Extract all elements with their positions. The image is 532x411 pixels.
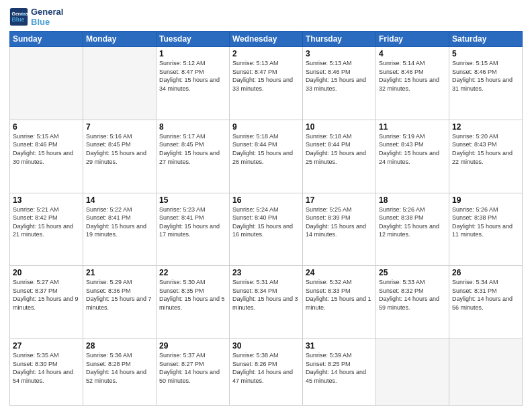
calendar-cell: 26Sunrise: 5:34 AM Sunset: 8:31 PM Dayli… — [449, 266, 523, 339]
calendar-cell: 10Sunrise: 5:18 AM Sunset: 8:44 PM Dayli… — [303, 120, 376, 193]
day-info: Sunrise: 5:18 AM Sunset: 8:44 PM Dayligh… — [306, 132, 373, 166]
calendar-cell: 2Sunrise: 5:13 AM Sunset: 8:47 PM Daylig… — [230, 47, 303, 120]
day-number: 5 — [452, 49, 519, 58]
day-info: Sunrise: 5:33 AM Sunset: 8:32 PM Dayligh… — [379, 278, 446, 312]
weekday-header: Monday — [83, 32, 157, 47]
day-info: Sunrise: 5:15 AM Sunset: 8:46 PM Dayligh… — [452, 59, 519, 93]
calendar-cell: 7Sunrise: 5:16 AM Sunset: 8:45 PM Daylig… — [83, 120, 157, 193]
day-number: 24 — [306, 268, 373, 277]
calendar-week-row: 20Sunrise: 5:27 AM Sunset: 8:37 PM Dayli… — [10, 266, 523, 339]
day-number: 10 — [306, 122, 373, 132]
day-info: Sunrise: 5:24 AM Sunset: 8:40 PM Dayligh… — [232, 205, 300, 239]
calendar-week-row: 13Sunrise: 5:21 AM Sunset: 8:42 PM Dayli… — [10, 193, 523, 266]
weekday-header: Tuesday — [157, 32, 230, 47]
weekday-header: Wednesday — [230, 32, 303, 47]
day-info: Sunrise: 5:26 AM Sunset: 8:38 PM Dayligh… — [379, 205, 446, 239]
day-info: Sunrise: 5:31 AM Sunset: 8:34 PM Dayligh… — [232, 278, 300, 312]
day-number: 1 — [159, 49, 226, 58]
calendar-cell: 30Sunrise: 5:38 AM Sunset: 8:26 PM Dayli… — [230, 339, 303, 406]
day-number: 3 — [306, 49, 373, 58]
day-number: 16 — [232, 195, 300, 205]
day-number: 6 — [13, 122, 80, 132]
day-number: 25 — [379, 268, 446, 277]
weekday-header: Sunday — [10, 32, 83, 47]
calendar-cell: 13Sunrise: 5:21 AM Sunset: 8:42 PM Dayli… — [10, 193, 83, 266]
calendar-table: SundayMondayTuesdayWednesdayThursdayFrid… — [9, 31, 523, 406]
day-info: Sunrise: 5:36 AM Sunset: 8:28 PM Dayligh… — [86, 351, 153, 385]
calendar-cell: 20Sunrise: 5:27 AM Sunset: 8:37 PM Dayli… — [10, 266, 83, 339]
calendar-week-row: 1Sunrise: 5:12 AM Sunset: 8:47 PM Daylig… — [10, 47, 523, 120]
day-info: Sunrise: 5:18 AM Sunset: 8:44 PM Dayligh… — [232, 132, 300, 166]
calendar-cell — [10, 47, 83, 120]
calendar-cell: 3Sunrise: 5:13 AM Sunset: 8:46 PM Daylig… — [303, 47, 376, 120]
calendar-cell: 28Sunrise: 5:36 AM Sunset: 8:28 PM Dayli… — [83, 339, 157, 406]
calendar-cell: 12Sunrise: 5:20 AM Sunset: 8:43 PM Dayli… — [449, 120, 523, 193]
calendar-cell — [376, 339, 449, 406]
calendar-cell: 1Sunrise: 5:12 AM Sunset: 8:47 PM Daylig… — [157, 47, 230, 120]
calendar-cell: 15Sunrise: 5:23 AM Sunset: 8:41 PM Dayli… — [157, 193, 230, 266]
day-number: 18 — [379, 195, 446, 205]
day-info: Sunrise: 5:30 AM Sunset: 8:35 PM Dayligh… — [159, 278, 226, 312]
calendar-cell: 17Sunrise: 5:25 AM Sunset: 8:39 PM Dayli… — [303, 193, 376, 266]
day-info: Sunrise: 5:25 AM Sunset: 8:39 PM Dayligh… — [306, 205, 373, 239]
calendar-cell: 23Sunrise: 5:31 AM Sunset: 8:34 PM Dayli… — [230, 266, 303, 339]
day-number: 21 — [86, 268, 153, 277]
day-info: Sunrise: 5:37 AM Sunset: 8:27 PM Dayligh… — [159, 351, 226, 385]
calendar-cell: 4Sunrise: 5:14 AM Sunset: 8:46 PM Daylig… — [376, 47, 449, 120]
calendar-week-row: 6Sunrise: 5:15 AM Sunset: 8:46 PM Daylig… — [10, 120, 523, 193]
logo: General Blue General Blue — [9, 7, 63, 27]
calendar-cell: 31Sunrise: 5:39 AM Sunset: 8:25 PM Dayli… — [303, 339, 376, 406]
day-number: 12 — [452, 122, 519, 132]
weekday-header: Thursday — [303, 32, 376, 47]
day-info: Sunrise: 5:14 AM Sunset: 8:46 PM Dayligh… — [379, 59, 446, 93]
calendar-cell: 14Sunrise: 5:22 AM Sunset: 8:41 PM Dayli… — [83, 193, 157, 266]
calendar-week-row: 27Sunrise: 5:35 AM Sunset: 8:30 PM Dayli… — [10, 339, 523, 406]
day-number: 31 — [306, 341, 373, 351]
day-info: Sunrise: 5:22 AM Sunset: 8:41 PM Dayligh… — [86, 205, 153, 239]
calendar-cell: 27Sunrise: 5:35 AM Sunset: 8:30 PM Dayli… — [10, 339, 83, 406]
logo-icon: General Blue — [9, 7, 28, 26]
day-number: 29 — [159, 341, 226, 351]
day-number: 26 — [452, 268, 519, 277]
weekday-header: Friday — [376, 32, 449, 47]
calendar-cell: 21Sunrise: 5:29 AM Sunset: 8:36 PM Dayli… — [83, 266, 157, 339]
day-number: 15 — [159, 195, 226, 205]
calendar-cell: 5Sunrise: 5:15 AM Sunset: 8:46 PM Daylig… — [449, 47, 523, 120]
day-number: 7 — [86, 122, 153, 132]
day-number: 22 — [159, 268, 226, 277]
calendar-cell: 6Sunrise: 5:15 AM Sunset: 8:46 PM Daylig… — [10, 120, 83, 193]
day-info: Sunrise: 5:19 AM Sunset: 8:43 PM Dayligh… — [379, 132, 446, 166]
day-info: Sunrise: 5:13 AM Sunset: 8:47 PM Dayligh… — [232, 59, 300, 93]
day-info: Sunrise: 5:16 AM Sunset: 8:45 PM Dayligh… — [86, 132, 153, 166]
day-number: 30 — [232, 341, 300, 351]
day-number: 28 — [86, 341, 153, 351]
calendar-cell: 19Sunrise: 5:26 AM Sunset: 8:38 PM Dayli… — [449, 193, 523, 266]
day-info: Sunrise: 5:20 AM Sunset: 8:43 PM Dayligh… — [452, 132, 519, 166]
calendar-header-row: SundayMondayTuesdayWednesdayThursdayFrid… — [10, 32, 523, 47]
calendar-cell: 8Sunrise: 5:17 AM Sunset: 8:45 PM Daylig… — [157, 120, 230, 193]
day-info: Sunrise: 5:35 AM Sunset: 8:30 PM Dayligh… — [13, 351, 80, 385]
day-info: Sunrise: 5:27 AM Sunset: 8:37 PM Dayligh… — [13, 278, 80, 312]
calendar-cell: 16Sunrise: 5:24 AM Sunset: 8:40 PM Dayli… — [230, 193, 303, 266]
day-info: Sunrise: 5:38 AM Sunset: 8:26 PM Dayligh… — [232, 351, 300, 385]
day-info: Sunrise: 5:39 AM Sunset: 8:25 PM Dayligh… — [306, 351, 373, 385]
day-info: Sunrise: 5:23 AM Sunset: 8:41 PM Dayligh… — [159, 205, 226, 239]
calendar-cell: 24Sunrise: 5:32 AM Sunset: 8:33 PM Dayli… — [303, 266, 376, 339]
calendar-cell: 22Sunrise: 5:30 AM Sunset: 8:35 PM Dayli… — [157, 266, 230, 339]
logo-text: General Blue — [31, 7, 63, 27]
day-number: 8 — [159, 122, 226, 132]
day-number: 20 — [13, 268, 80, 277]
calendar-cell: 11Sunrise: 5:19 AM Sunset: 8:43 PM Dayli… — [376, 120, 449, 193]
day-info: Sunrise: 5:17 AM Sunset: 8:45 PM Dayligh… — [159, 132, 226, 166]
day-info: Sunrise: 5:21 AM Sunset: 8:42 PM Dayligh… — [13, 205, 80, 239]
day-info: Sunrise: 5:34 AM Sunset: 8:31 PM Dayligh… — [452, 278, 519, 312]
day-number: 14 — [86, 195, 153, 205]
day-info: Sunrise: 5:15 AM Sunset: 8:46 PM Dayligh… — [13, 132, 80, 166]
day-number: 13 — [13, 195, 80, 205]
calendar-cell: 18Sunrise: 5:26 AM Sunset: 8:38 PM Dayli… — [376, 193, 449, 266]
day-info: Sunrise: 5:32 AM Sunset: 8:33 PM Dayligh… — [306, 278, 373, 312]
day-number: 19 — [452, 195, 519, 205]
page: General Blue General Blue SundayMondayTu… — [0, 0, 532, 411]
calendar-cell: 25Sunrise: 5:33 AM Sunset: 8:32 PM Dayli… — [376, 266, 449, 339]
day-number: 17 — [306, 195, 373, 205]
